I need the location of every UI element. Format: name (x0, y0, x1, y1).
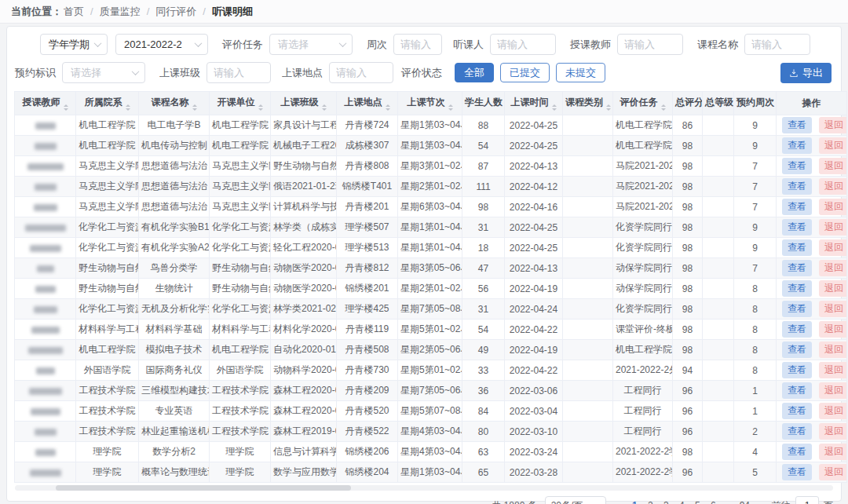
column-header[interactable]: 预约周次 (734, 92, 777, 115)
column-header[interactable]: 上课地点 (337, 92, 398, 115)
horizontal-scrollbar[interactable] (15, 485, 833, 491)
eval-task-select[interactable]: 请选择 (269, 34, 353, 55)
view-button[interactable]: 查看 (782, 321, 812, 338)
page-number[interactable]: 4 (674, 500, 689, 504)
sort-icons[interactable] (64, 104, 68, 111)
return-button[interactable]: 退回 (819, 341, 847, 358)
sort-icons[interactable] (552, 104, 557, 111)
status-filter-submitted[interactable]: 已提交 (500, 63, 550, 82)
return-button[interactable]: 退回 (819, 280, 847, 297)
sort-asc-icon[interactable] (126, 104, 130, 107)
sort-asc-icon[interactable] (322, 104, 327, 107)
sort-asc-icon[interactable] (64, 104, 68, 107)
return-button[interactable]: 退回 (819, 362, 847, 378)
return-button[interactable]: 退回 (819, 301, 847, 317)
column-header[interactable]: 授课教师 (15, 92, 76, 115)
view-button[interactable]: 查看 (782, 199, 812, 215)
view-button[interactable]: 查看 (782, 219, 812, 236)
sort-desc-icon[interactable] (386, 108, 390, 111)
breadcrumb-link[interactable]: 质量监控 (100, 5, 141, 19)
sort-desc-icon[interactable] (258, 108, 263, 111)
return-button[interactable]: 退回 (819, 444, 847, 460)
view-button[interactable]: 查看 (782, 464, 812, 480)
sort-asc-icon[interactable] (192, 104, 197, 107)
sort-desc-icon[interactable] (64, 108, 68, 111)
view-button[interactable]: 查看 (782, 260, 812, 276)
sort-desc-icon[interactable] (322, 108, 327, 111)
scrollbar-thumb[interactable] (56, 485, 351, 491)
return-button[interactable]: 退回 (819, 117, 847, 133)
return-button[interactable]: 退回 (819, 219, 847, 236)
view-button[interactable]: 查看 (782, 362, 812, 378)
return-button[interactable]: 退回 (819, 137, 847, 154)
location-input[interactable] (329, 62, 393, 83)
breadcrumb-link[interactable]: 同行评价 (155, 5, 196, 19)
teacher-input[interactable] (617, 34, 683, 55)
page-number[interactable]: 3 (658, 500, 674, 504)
view-button[interactable]: 查看 (782, 382, 812, 399)
column-header[interactable]: 上课时间 (505, 92, 563, 115)
page-size-select[interactable]: 20条/页 (545, 496, 606, 504)
reserve-flag-select[interactable]: 请选择 (62, 62, 145, 83)
column-header[interactable]: 评价任务 (613, 92, 673, 115)
column-header[interactable]: 课程类别 (563, 92, 613, 115)
column-header[interactable]: 学生人数 (462, 92, 505, 115)
sort-desc-icon[interactable] (126, 108, 130, 111)
column-header[interactable]: 课程名称 (139, 92, 210, 115)
view-button[interactable]: 查看 (782, 301, 812, 317)
sort-asc-icon[interactable] (448, 104, 453, 107)
sort-desc-icon[interactable] (192, 108, 197, 111)
term-select[interactable]: 2021-2022-2 (115, 34, 208, 55)
view-button[interactable]: 查看 (782, 444, 812, 460)
sort-icons[interactable] (322, 104, 327, 111)
return-button[interactable]: 退回 (819, 464, 847, 480)
sort-desc-icon[interactable] (606, 108, 611, 111)
view-button[interactable]: 查看 (782, 239, 812, 256)
sort-asc-icon[interactable] (606, 104, 611, 107)
sort-icons[interactable] (192, 104, 197, 111)
return-button[interactable]: 退回 (819, 158, 847, 174)
sort-icons[interactable] (386, 104, 390, 111)
view-button[interactable]: 查看 (782, 158, 812, 174)
prev-page-icon[interactable]: ‹ (616, 499, 627, 504)
sort-desc-icon[interactable] (448, 108, 453, 111)
page-number[interactable]: 2 (642, 500, 658, 504)
page-number[interactable]: 94 (737, 500, 752, 504)
column-header[interactable]: 开课单位 (210, 92, 271, 115)
return-button[interactable]: 退回 (819, 260, 847, 276)
column-header[interactable]: 上课节次 (398, 92, 462, 115)
return-button[interactable]: 退回 (819, 403, 847, 419)
page-number[interactable]: 6 (705, 500, 721, 504)
sort-asc-icon[interactable] (661, 104, 666, 107)
return-button[interactable]: 退回 (819, 199, 847, 215)
sort-icons[interactable] (606, 104, 611, 111)
sort-asc-icon[interactable] (552, 104, 557, 107)
semester-select[interactable]: 学年学期 (40, 34, 108, 55)
view-button[interactable]: 查看 (782, 178, 812, 195)
view-button[interactable]: 查看 (782, 280, 812, 297)
page-number[interactable]: 1 (627, 500, 642, 504)
week-input[interactable] (393, 34, 442, 55)
return-button[interactable]: 退回 (819, 239, 847, 256)
column-header[interactable]: 总等级 (703, 92, 734, 115)
sort-icons[interactable] (258, 104, 263, 111)
sort-icons[interactable] (661, 104, 666, 111)
view-button[interactable]: 查看 (782, 117, 812, 133)
status-filter-all[interactable]: 全部 (455, 63, 494, 82)
return-button[interactable]: 退回 (819, 423, 847, 440)
sort-icons[interactable] (126, 104, 130, 111)
column-header[interactable]: 所属院系 (76, 92, 139, 115)
sort-desc-icon[interactable] (552, 108, 557, 111)
column-header[interactable]: 总评分 (673, 92, 703, 115)
sort-icons[interactable] (448, 104, 453, 111)
page-number[interactable]: 5 (689, 500, 705, 504)
sort-desc-icon[interactable] (661, 108, 666, 111)
breadcrumb-link[interactable]: 首页 (64, 5, 84, 19)
view-button[interactable]: 查看 (782, 403, 812, 419)
goto-page-input[interactable] (795, 496, 819, 504)
sort-asc-icon[interactable] (258, 104, 263, 107)
view-button[interactable]: 查看 (782, 423, 812, 440)
sort-asc-icon[interactable] (386, 104, 390, 107)
column-header[interactable]: 上课班级 (271, 92, 337, 115)
status-filter-unsubmitted[interactable]: 未提交 (556, 63, 605, 82)
